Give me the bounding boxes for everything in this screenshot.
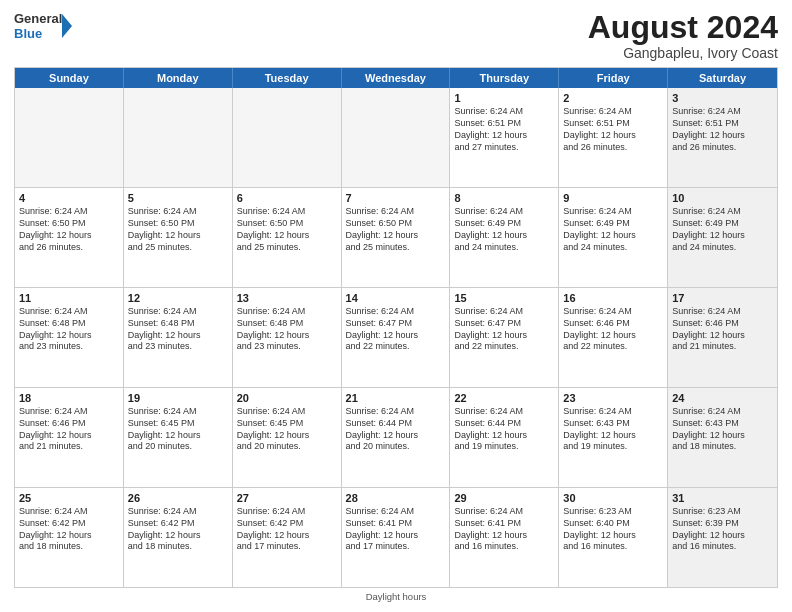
day-info-line: and 26 minutes.: [19, 242, 119, 254]
day-info-line: and 22 minutes.: [563, 341, 663, 353]
day-number: 27: [237, 491, 337, 505]
footer-note: Daylight hours: [14, 591, 778, 602]
day-number: 28: [346, 491, 446, 505]
day-cell-26: 26Sunrise: 6:24 AMSunset: 6:42 PMDayligh…: [124, 488, 233, 587]
day-cell-28: 28Sunrise: 6:24 AMSunset: 6:41 PMDayligh…: [342, 488, 451, 587]
day-info-line: Sunrise: 6:24 AM: [128, 306, 228, 318]
day-info-line: Sunrise: 6:24 AM: [454, 406, 554, 418]
day-cell-27: 27Sunrise: 6:24 AMSunset: 6:42 PMDayligh…: [233, 488, 342, 587]
day-cell-5: 5Sunrise: 6:24 AMSunset: 6:50 PMDaylight…: [124, 188, 233, 287]
day-info-line: and 24 minutes.: [672, 242, 773, 254]
day-info-line: Sunrise: 6:24 AM: [346, 506, 446, 518]
day-number: 20: [237, 391, 337, 405]
day-info-line: and 20 minutes.: [346, 441, 446, 453]
day-info-line: Sunset: 6:46 PM: [563, 318, 663, 330]
day-info-line: Daylight: 12 hours: [128, 230, 228, 242]
day-info-line: Sunset: 6:51 PM: [563, 118, 663, 130]
day-number: 15: [454, 291, 554, 305]
logo: GeneralBlue: [14, 10, 74, 42]
day-info-line: Daylight: 12 hours: [237, 230, 337, 242]
day-info-line: Daylight: 12 hours: [128, 430, 228, 442]
day-info-line: and 23 minutes.: [128, 341, 228, 353]
day-info-line: Daylight: 12 hours: [346, 430, 446, 442]
day-cell-10: 10Sunrise: 6:24 AMSunset: 6:49 PMDayligh…: [668, 188, 777, 287]
day-info-line: and 22 minutes.: [346, 341, 446, 353]
day-info-line: Sunrise: 6:24 AM: [19, 206, 119, 218]
day-info-line: Sunrise: 6:24 AM: [346, 306, 446, 318]
empty-cell: [342, 88, 451, 187]
day-cell-15: 15Sunrise: 6:24 AMSunset: 6:47 PMDayligh…: [450, 288, 559, 387]
day-info-line: Sunrise: 6:24 AM: [563, 306, 663, 318]
day-info-line: Sunrise: 6:24 AM: [346, 406, 446, 418]
day-info-line: Sunset: 6:46 PM: [19, 418, 119, 430]
day-info-line: Sunset: 6:50 PM: [128, 218, 228, 230]
day-cell-4: 4Sunrise: 6:24 AMSunset: 6:50 PMDaylight…: [15, 188, 124, 287]
day-number: 16: [563, 291, 663, 305]
day-info-line: Daylight: 12 hours: [672, 430, 773, 442]
day-info-line: Daylight: 12 hours: [346, 230, 446, 242]
day-info-line: Daylight: 12 hours: [454, 330, 554, 342]
day-cell-18: 18Sunrise: 6:24 AMSunset: 6:46 PMDayligh…: [15, 388, 124, 487]
day-number: 3: [672, 91, 773, 105]
day-info-line: Sunrise: 6:24 AM: [128, 206, 228, 218]
day-info-line: Sunset: 6:47 PM: [454, 318, 554, 330]
calendar: SundayMondayTuesdayWednesdayThursdayFrid…: [14, 67, 778, 588]
day-info-line: Sunset: 6:41 PM: [454, 518, 554, 530]
day-cell-11: 11Sunrise: 6:24 AMSunset: 6:48 PMDayligh…: [15, 288, 124, 387]
day-info-line: Daylight: 12 hours: [237, 530, 337, 542]
month-year: August 2024: [588, 10, 778, 45]
day-cell-23: 23Sunrise: 6:24 AMSunset: 6:43 PMDayligh…: [559, 388, 668, 487]
day-cell-6: 6Sunrise: 6:24 AMSunset: 6:50 PMDaylight…: [233, 188, 342, 287]
day-number: 23: [563, 391, 663, 405]
day-info-line: Sunrise: 6:24 AM: [672, 306, 773, 318]
day-info-line: Sunrise: 6:24 AM: [237, 406, 337, 418]
day-number: 29: [454, 491, 554, 505]
day-info-line: Daylight: 12 hours: [563, 530, 663, 542]
day-cell-20: 20Sunrise: 6:24 AMSunset: 6:45 PMDayligh…: [233, 388, 342, 487]
day-info-line: Sunset: 6:43 PM: [672, 418, 773, 430]
day-number: 5: [128, 191, 228, 205]
day-info-line: and 23 minutes.: [237, 341, 337, 353]
day-info-line: Sunrise: 6:24 AM: [19, 406, 119, 418]
day-cell-17: 17Sunrise: 6:24 AMSunset: 6:46 PMDayligh…: [668, 288, 777, 387]
day-info-line: Sunset: 6:50 PM: [237, 218, 337, 230]
day-info-line: Sunrise: 6:24 AM: [19, 506, 119, 518]
day-info-line: Daylight: 12 hours: [563, 430, 663, 442]
day-info-line: Daylight: 12 hours: [672, 530, 773, 542]
day-cell-2: 2Sunrise: 6:24 AMSunset: 6:51 PMDaylight…: [559, 88, 668, 187]
svg-text:General: General: [14, 11, 62, 26]
day-info-line: Daylight: 12 hours: [128, 330, 228, 342]
day-info-line: Sunset: 6:49 PM: [672, 218, 773, 230]
day-info-line: Daylight: 12 hours: [672, 230, 773, 242]
day-info-line: Sunset: 6:46 PM: [672, 318, 773, 330]
day-info-line: and 23 minutes.: [19, 341, 119, 353]
day-info-line: Sunset: 6:41 PM: [346, 518, 446, 530]
day-info-line: Sunset: 6:51 PM: [672, 118, 773, 130]
day-number: 18: [19, 391, 119, 405]
header-day-saturday: Saturday: [668, 68, 777, 88]
empty-cell: [15, 88, 124, 187]
day-number: 1: [454, 91, 554, 105]
day-info-line: Sunset: 6:51 PM: [454, 118, 554, 130]
day-number: 31: [672, 491, 773, 505]
day-cell-25: 25Sunrise: 6:24 AMSunset: 6:42 PMDayligh…: [15, 488, 124, 587]
day-info-line: Daylight: 12 hours: [672, 330, 773, 342]
day-info-line: and 24 minutes.: [563, 242, 663, 254]
day-info-line: Sunrise: 6:24 AM: [672, 206, 773, 218]
day-info-line: Sunset: 6:42 PM: [128, 518, 228, 530]
empty-cell: [233, 88, 342, 187]
day-number: 17: [672, 291, 773, 305]
day-info-line: Sunset: 6:50 PM: [19, 218, 119, 230]
day-info-line: Daylight: 12 hours: [19, 430, 119, 442]
day-info-line: Sunrise: 6:24 AM: [563, 206, 663, 218]
day-info-line: Daylight: 12 hours: [563, 230, 663, 242]
day-cell-31: 31Sunrise: 6:23 AMSunset: 6:39 PMDayligh…: [668, 488, 777, 587]
day-info-line: Sunset: 6:48 PM: [128, 318, 228, 330]
day-info-line: Sunrise: 6:24 AM: [563, 406, 663, 418]
header-day-sunday: Sunday: [15, 68, 124, 88]
day-info-line: Sunrise: 6:24 AM: [454, 506, 554, 518]
header-day-monday: Monday: [124, 68, 233, 88]
day-info-line: Daylight: 12 hours: [19, 330, 119, 342]
day-info-line: Sunset: 6:40 PM: [563, 518, 663, 530]
day-number: 22: [454, 391, 554, 405]
